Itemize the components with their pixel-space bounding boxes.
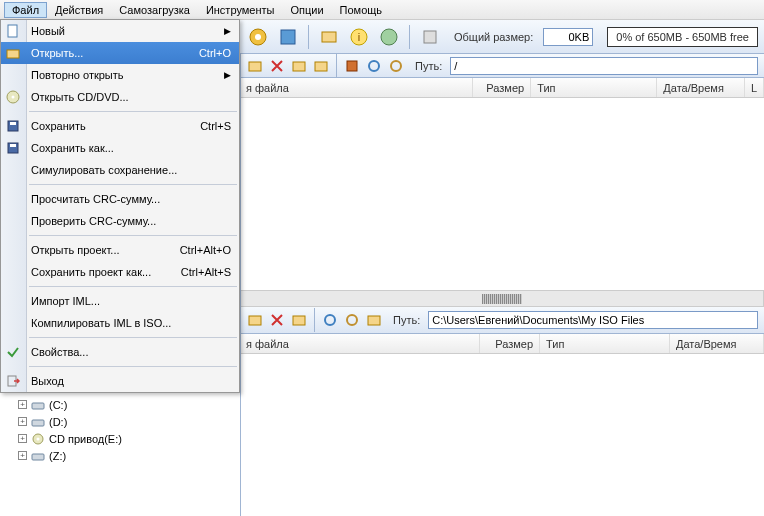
toolbar-btn-2[interactable] xyxy=(276,25,300,49)
menu-label: Свойства... xyxy=(31,346,88,358)
menu-open-project[interactable]: Открыть проект... Ctrl+Alt+O xyxy=(1,239,239,261)
svg-rect-23 xyxy=(32,420,44,426)
col-extra[interactable]: L xyxy=(745,78,764,97)
menu-label: Сохранить xyxy=(31,120,86,132)
svg-rect-7 xyxy=(424,31,436,43)
check-icon xyxy=(5,344,21,360)
delete-icon[interactable] xyxy=(268,57,286,75)
tree-item-drive-z[interactable]: + (Z:) xyxy=(2,447,238,464)
toolbar-btn-6[interactable] xyxy=(418,25,442,49)
menu-calc-crc[interactable]: Просчитать CRC-сумму... xyxy=(1,188,239,210)
menu-separator xyxy=(29,366,237,367)
nav-btn[interactable] xyxy=(365,311,383,329)
nav-btn[interactable] xyxy=(290,57,308,75)
nav-btn[interactable] xyxy=(312,57,330,75)
toolbar-btn-1[interactable] xyxy=(246,25,270,49)
menu-save[interactable]: Сохранить Ctrl+S xyxy=(1,115,239,137)
menu-separator xyxy=(29,286,237,287)
info-icon[interactable]: i xyxy=(347,25,371,49)
col-type[interactable]: Тип xyxy=(540,334,670,353)
menu-actions[interactable]: Действия xyxy=(47,2,111,18)
col-name[interactable]: я файла xyxy=(240,78,473,97)
col-name[interactable]: я файла xyxy=(240,334,480,353)
expand-icon[interactable]: + xyxy=(18,400,27,409)
gear-icon[interactable] xyxy=(387,57,405,75)
svg-rect-3 xyxy=(322,32,336,42)
tree-item-cd-drive[interactable]: + CD привод(E:) xyxy=(2,430,238,447)
svg-rect-11 xyxy=(347,61,357,71)
menu-label: Открыть проект... xyxy=(31,244,120,256)
tree-label: (Z:) xyxy=(49,450,66,462)
separator xyxy=(308,25,309,49)
svg-rect-26 xyxy=(32,454,44,460)
menu-help[interactable]: Помощь xyxy=(332,2,391,18)
menu-compile-iml[interactable]: Компилировать IML в ISO... xyxy=(1,312,239,334)
menu-label: Компилировать IML в ISO... xyxy=(31,317,171,329)
col-date[interactable]: Дата/Время xyxy=(670,334,764,353)
upper-path-input[interactable] xyxy=(450,57,758,75)
svg-text:i: i xyxy=(358,31,360,43)
expand-icon[interactable]: + xyxy=(18,451,27,460)
menu-shortcut: Ctrl+S xyxy=(200,120,231,132)
menu-label: Сохранить как... xyxy=(31,142,114,154)
lower-path-toolbar: Путь: xyxy=(240,307,764,334)
menu-tools[interactable]: Инструменты xyxy=(198,2,283,18)
menu-verify-crc[interactable]: Проверить CRC-сумму... xyxy=(1,210,239,232)
svg-point-16 xyxy=(325,315,335,325)
menu-save-as[interactable]: Сохранить как... xyxy=(1,137,239,159)
col-date[interactable]: Дата/Время xyxy=(657,78,745,97)
menu-label: Повторно открыть xyxy=(31,69,124,81)
nav-btn[interactable] xyxy=(246,57,264,75)
menu-properties[interactable]: Свойства... xyxy=(1,341,239,363)
toolbar-btn-5[interactable] xyxy=(377,25,401,49)
expand-icon[interactable]: + xyxy=(18,417,27,426)
menu-separator xyxy=(29,111,237,112)
separator xyxy=(314,308,315,332)
nav-btn[interactable] xyxy=(246,311,264,329)
menu-bootable[interactable]: Самозагрузка xyxy=(111,2,198,18)
svg-rect-18 xyxy=(368,316,380,325)
svg-point-12 xyxy=(369,61,379,71)
svg-point-1 xyxy=(255,34,261,40)
total-size-value: 0KB xyxy=(543,28,593,46)
menu-open-cd[interactable]: Открыть CD/DVD... xyxy=(1,86,239,108)
toolbar-btn-3[interactable] xyxy=(317,25,341,49)
gear-icon[interactable] xyxy=(365,57,383,75)
menu-options[interactable]: Опции xyxy=(282,2,331,18)
drive-icon xyxy=(30,398,46,412)
expand-icon[interactable]: + xyxy=(18,434,27,443)
cd-icon xyxy=(30,432,46,446)
separator xyxy=(409,25,410,49)
save-as-icon xyxy=(5,140,21,156)
menu-shortcut: Ctrl+Alt+S xyxy=(181,266,231,278)
drive-icon xyxy=(30,449,46,463)
menu-file[interactable]: Файл xyxy=(4,2,47,18)
delete-icon[interactable] xyxy=(268,311,286,329)
svg-rect-28 xyxy=(7,50,19,58)
svg-rect-27 xyxy=(8,25,17,37)
svg-rect-10 xyxy=(315,62,327,71)
svg-rect-9 xyxy=(293,62,305,71)
lower-path-input[interactable] xyxy=(428,311,758,329)
nav-btn[interactable] xyxy=(290,311,308,329)
gear-icon[interactable] xyxy=(343,311,361,329)
lower-list-header: я файла Размер Тип Дата/Время xyxy=(240,334,764,354)
gear-icon[interactable] xyxy=(321,311,339,329)
svg-point-6 xyxy=(381,29,397,45)
menu-reopen[interactable]: Повторно открыть ▶ xyxy=(1,64,239,86)
svg-rect-34 xyxy=(10,144,16,147)
col-size[interactable]: Размер xyxy=(473,78,531,97)
col-size[interactable]: Размер xyxy=(480,334,540,353)
horizontal-scrollbar[interactable] xyxy=(240,290,764,307)
menu-import-iml[interactable]: Импорт IML... xyxy=(1,290,239,312)
menu-open[interactable]: Открыть... Ctrl+O xyxy=(1,42,239,64)
tree-item-drive-d[interactable]: + (D:) xyxy=(2,413,238,430)
tree-item-drive-c[interactable]: + (C:) xyxy=(2,396,238,413)
cube-icon[interactable] xyxy=(343,57,361,75)
menu-simulate-save[interactable]: Симулировать сохранение... xyxy=(1,159,239,181)
menu-separator xyxy=(29,184,237,185)
col-type[interactable]: Тип xyxy=(531,78,657,97)
menu-save-project-as[interactable]: Сохранить проект как... Ctrl+Alt+S xyxy=(1,261,239,283)
menu-exit[interactable]: Выход xyxy=(1,370,239,392)
menu-new[interactable]: Новый ▶ xyxy=(1,20,239,42)
